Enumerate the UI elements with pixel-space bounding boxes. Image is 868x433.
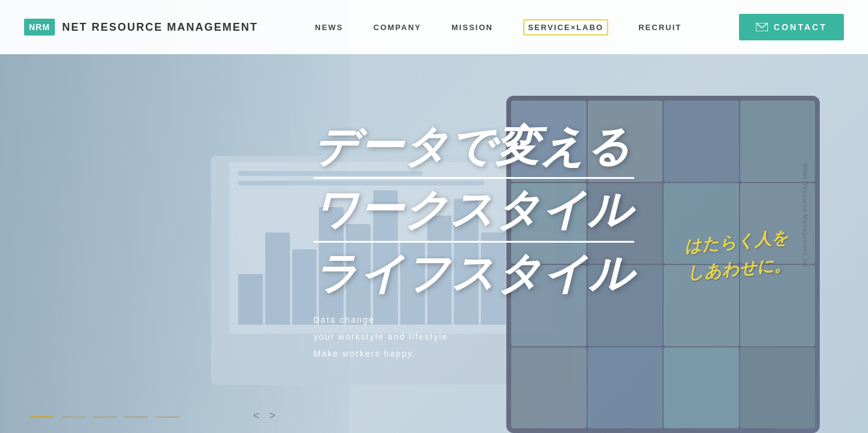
nav-news[interactable]: NEWS: [315, 23, 344, 32]
site-header: NRM NET RESOURCE MANAGEMENT NEWS COMPANY…: [0, 0, 868, 54]
hero-content: データで変える ワークスタイル ライフスタイル Data change your…: [313, 120, 634, 362]
hero-title-line1: データで変える: [313, 120, 634, 172]
nav-service-labo[interactable]: SERVICE×LABO: [523, 22, 608, 33]
main-navigation: NEWS COMPANY MISSION SERVICE×LABO RECRUI…: [315, 22, 682, 33]
contact-label: CONTACT: [774, 22, 827, 32]
subtitle-line3: Make workers happy.: [313, 345, 634, 362]
slider-navigation: [30, 416, 180, 418]
logo-area[interactable]: NRM NET RESOURCE MANAGEMENT: [24, 19, 258, 36]
hero-subtitle: Data change your workstyle and lifestyle…: [313, 311, 634, 362]
contact-button[interactable]: CONTACT: [739, 14, 844, 40]
slider-dot-3[interactable]: [93, 416, 117, 418]
subtitle-line2: your workstyle and lifestyle: [313, 328, 634, 345]
slider-dot-5[interactable]: [156, 416, 180, 418]
logo-full-text: NET RESOURCE MANAGEMENT: [62, 21, 258, 33]
subtitle-line1: Data change: [313, 311, 634, 328]
slider-dot-4[interactable]: [124, 416, 148, 418]
logo-text: NET RESOURCE MANAGEMENT: [62, 21, 258, 34]
title-divider-1: [313, 177, 634, 179]
next-arrow[interactable]: >: [269, 410, 276, 422]
hero-title-line3: ライフスタイル: [313, 248, 634, 299]
slider-dot-2[interactable]: [61, 416, 86, 418]
slider-arrows: < >: [253, 410, 275, 422]
hero-title-line2: ワークスタイル: [313, 184, 634, 235]
nav-recruit[interactable]: RECRUIT: [638, 23, 682, 32]
logo-badge: NRM: [24, 19, 55, 36]
nav-mission[interactable]: MISSION: [451, 23, 493, 32]
copyright: ©Net Resource Management,Inc.: [802, 163, 809, 270]
slider-dot-1[interactable]: [30, 416, 54, 418]
title-divider-2: [313, 241, 634, 243]
mail-icon: [756, 23, 768, 31]
nav-company[interactable]: COMPANY: [374, 23, 421, 32]
hero-title: データで変える ワークスタイル ライフスタイル: [313, 120, 634, 299]
handwritten-text: はたらく人を しあわせに。: [683, 225, 791, 287]
prev-arrow[interactable]: <: [253, 410, 260, 422]
